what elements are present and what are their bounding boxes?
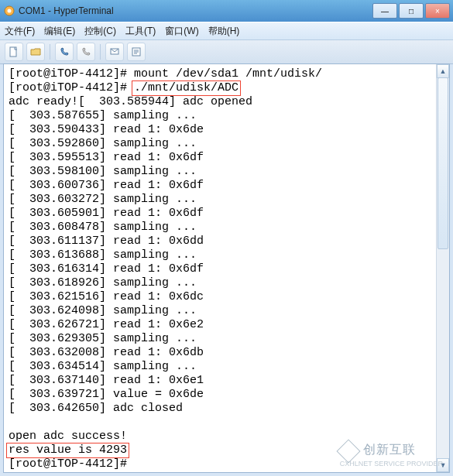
terminal-pane: [root@iTOP-4412]# mount /dev/sda1 /mnt/u… [3, 63, 450, 473]
maximize-button[interactable]: □ [399, 3, 424, 19]
log-line: [ 303.621516] read 1: 0x6dc [9, 290, 204, 303]
log-line: [ 303.626721] read 1: 0x6e2 [9, 318, 204, 331]
log-line: [ 303.632008] read 1: 0x6db [9, 346, 204, 359]
scroll-thumb[interactable] [438, 77, 448, 249]
log-line: [ 303.603272] sampling ... [9, 193, 197, 206]
menu-edit[interactable]: 编辑(E) [44, 25, 75, 38]
toolbar-disconnect[interactable] [77, 43, 95, 61]
log-line: [ 303.616314] read 1: 0x6df [9, 262, 204, 276]
toolbar-properties[interactable] [127, 43, 146, 61]
toolbar-separator [50, 44, 50, 60]
properties-icon [131, 46, 142, 57]
menu-help[interactable]: 帮助(H) [208, 25, 240, 38]
menu-control[interactable]: 控制(C) [84, 25, 116, 38]
prompt: [root@iTOP-4412]# [9, 81, 134, 94]
vertical-scrollbar[interactable]: ▲ ▼ [436, 64, 449, 472]
watermark-text: 创新互联 [363, 443, 416, 456]
log-line: [ 303.637140] read 1: 0x6e1 [9, 374, 204, 387]
open-folder-icon [30, 46, 41, 57]
log-line: [ 303.618926] sampling ... [9, 276, 197, 289]
menubar: 文件(F) 编辑(E) 控制(C) 工具(T) 窗口(W) 帮助(H) [0, 22, 453, 40]
app-window: COM1 - HyperTerminal — □ × 文件(F) 编辑(E) 控… [0, 0, 453, 476]
close-icon: × [435, 7, 440, 15]
toolbar-new[interactable] [5, 43, 23, 61]
log-line: [ 303.611137] read 1: 0x6dd [9, 235, 204, 248]
highlighted-result: res value is 4293 [6, 443, 129, 458]
scroll-up-button[interactable]: ▲ [437, 64, 449, 78]
send-icon [109, 46, 120, 57]
log-line: [ 303.639721] value = 0x6de [9, 388, 204, 401]
watermark: 创新互联 CXHLNET SERVICE PROVIDER [340, 442, 443, 467]
log-line: [ 303.590433] read 1: 0x6de [9, 123, 204, 136]
log-line: [ 303.642650] adc closed [9, 402, 183, 415]
log-line: [ 303.634514] sampling ... [9, 360, 197, 373]
new-doc-icon [9, 46, 19, 57]
menu-window[interactable]: 窗口(W) [165, 25, 198, 38]
window-buttons: — □ × [371, 3, 450, 19]
log-line: [ 303.595513] read 1: 0x6df [9, 151, 204, 164]
window-title: COM1 - HyperTerminal [19, 5, 371, 16]
close-button[interactable]: × [425, 3, 450, 19]
phone-connect-icon [59, 46, 70, 57]
toolbar [0, 40, 453, 64]
svg-rect-2 [10, 47, 16, 57]
toolbar-open[interactable] [26, 43, 45, 61]
log-line: [ 303.592860] sampling ... [9, 137, 197, 150]
minimize-icon: — [381, 7, 389, 15]
log-line: [ 303.598100] sampling ... [9, 165, 197, 178]
log-line: [ 303.624098] sampling ... [9, 304, 197, 317]
watermark-subtext: CXHLNET SERVICE PROVIDER [340, 460, 443, 467]
prompt: [root@iTOP-4412]# [9, 457, 134, 471]
log-line: [ 303.600736] read 1: 0x6df [9, 179, 204, 192]
log-line: open adc success! [9, 430, 127, 443]
terminal-output[interactable]: [root@iTOP-4412]# mount /dev/sda1 /mnt/u… [4, 64, 449, 473]
minimize-button[interactable]: — [372, 3, 397, 19]
phone-disconnect-icon [81, 46, 91, 57]
toolbar-connect[interactable] [55, 43, 74, 61]
chevron-up-icon: ▲ [440, 67, 447, 75]
toolbar-send[interactable] [105, 43, 124, 61]
command-text: mount /dev/sda1 /mnt/udisk/ [134, 67, 322, 80]
log-line: [ 303.587655] sampling ... [9, 109, 197, 122]
toolbar-separator [100, 44, 101, 60]
svg-point-1 [8, 9, 12, 13]
titlebar[interactable]: COM1 - HyperTerminal — □ × [0, 0, 453, 22]
menu-tools[interactable]: 工具(T) [125, 25, 156, 38]
highlighted-command: ./mnt/udisk/ADC [132, 80, 241, 96]
log-line: [ 303.608478] sampling ... [9, 221, 197, 234]
menu-file[interactable]: 文件(F) [5, 25, 35, 38]
log-line: adc ready![ 303.585944] adc opened [9, 95, 252, 108]
prompt: [root@iTOP-4412]# [9, 67, 134, 80]
log-line: [ 303.613688] sampling ... [9, 248, 197, 262]
log-line: [ 303.629305] sampling ... [9, 332, 197, 345]
app-icon [3, 5, 15, 17]
log-line: [ 303.605901] read 1: 0x6df [9, 207, 204, 220]
maximize-icon: □ [409, 7, 414, 15]
